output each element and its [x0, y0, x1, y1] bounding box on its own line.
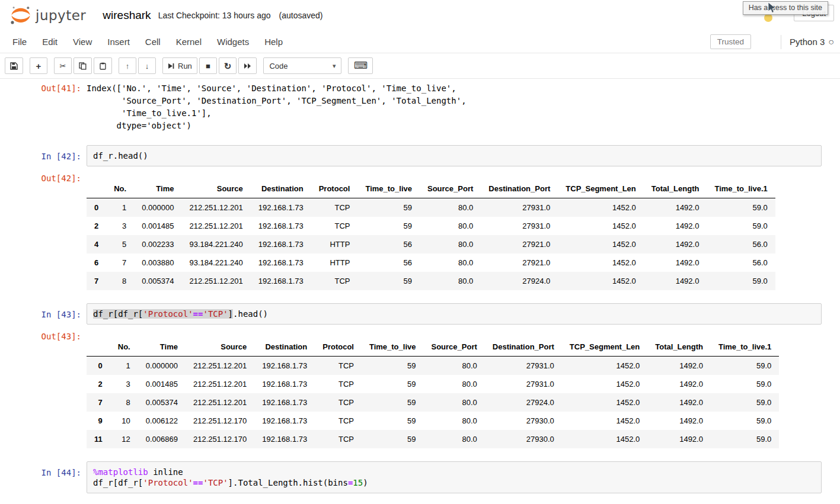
table-cell: 0.002233 — [134, 235, 181, 253]
cell-41: Out[41]: Index(['No.', 'Time', 'Source',… — [0, 82, 840, 132]
table-cell: 212.251.12.170 — [186, 430, 254, 448]
interrupt-kernel-button[interactable]: ■ — [199, 57, 217, 74]
menu-widgets[interactable]: Widgets — [209, 37, 257, 47]
code-editor[interactable]: df_r.head() — [87, 145, 822, 166]
mouse-cursor-icon — [768, 2, 777, 14]
menu-kernel[interactable]: Kernel — [168, 37, 209, 47]
column-header: TCP_Segment_Len — [562, 338, 647, 357]
code-token: 15 — [353, 478, 363, 487]
copy-cell-button[interactable] — [74, 57, 92, 74]
restart-kernel-button[interactable]: ↻ — [219, 57, 237, 74]
table-cell: 192.168.1.73 — [254, 375, 315, 393]
table-row: 450.00223393.184.221.240192.168.1.73HTTP… — [87, 235, 775, 253]
table-cell: 1492.0 — [647, 357, 711, 375]
row-index: 2 — [87, 217, 106, 235]
table-cell: 1 — [110, 357, 138, 375]
row-index: 0 — [87, 357, 110, 375]
dataframe-output: No.TimeSourceDestinationProtocolTime_to_… — [87, 179, 775, 290]
table-row: 010.000000212.251.12.201192.168.1.73TCP5… — [87, 198, 775, 217]
code-token: == — [193, 478, 203, 487]
browser-tooltip: Has access to this site — [743, 1, 828, 15]
table-row: 010.000000212.251.12.201192.168.1.73TCP5… — [87, 357, 779, 375]
code-editor[interactable]: df_r[df_r['Protocol'=='TCP'].head() — [87, 303, 822, 325]
run-cell-button[interactable]: Run — [162, 57, 197, 74]
table-cell: 1452.0 — [558, 198, 643, 217]
divider — [781, 35, 781, 49]
code-token: %matplotlib — [93, 467, 148, 477]
table-cell: 0.005374 — [134, 272, 181, 290]
input-prompt: In [44]: — [0, 461, 81, 479]
stop-icon: ■ — [206, 62, 210, 70]
table-cell: 59 — [362, 412, 424, 430]
code-line: df_r[df_r['Protocol'=='TCP'].Total_Lengt… — [93, 477, 815, 488]
column-header: Destination — [254, 338, 315, 357]
table-cell: 80.0 — [423, 430, 484, 448]
table-cell: 27924.0 — [481, 272, 558, 290]
menu-insert[interactable]: Insert — [100, 37, 138, 47]
column-header: No. — [106, 179, 134, 198]
cut-cell-button[interactable]: ✂ — [54, 57, 72, 74]
add-cell-icon: + — [36, 62, 41, 70]
dataframe-table: No.TimeSourceDestinationProtocolTime_to_… — [87, 179, 775, 290]
table-cell: 212.251.12.201 — [181, 217, 250, 235]
fast-forward-icon — [244, 63, 251, 69]
table-cell: 56 — [357, 253, 420, 272]
input-prompt: In [43]: — [0, 303, 81, 321]
move-cell-down-button[interactable]: ↓ — [138, 57, 156, 74]
code-token: df_r[df_r[ — [93, 309, 143, 319]
add-cell-button[interactable]: + — [30, 57, 47, 74]
paste-cell-button[interactable] — [94, 57, 112, 74]
table-cell: 80.0 — [423, 357, 484, 375]
jupyter-logo[interactable]: jupyter — [9, 5, 86, 25]
table-row: 9100.006122212.251.12.170192.168.1.73TCP… — [87, 412, 779, 430]
column-header: Total_Length — [644, 179, 707, 198]
restart-run-all-button[interactable] — [238, 57, 257, 74]
table-cell: 212.251.12.201 — [186, 357, 254, 375]
table-cell: 1 — [106, 198, 134, 217]
table-cell: 1452.0 — [562, 430, 647, 448]
save-button[interactable] — [5, 57, 23, 74]
table-cell: 12 — [110, 430, 138, 448]
table-cell: 8 — [106, 272, 134, 290]
table-row: 11120.006869212.251.12.170192.168.1.73TC… — [87, 430, 779, 448]
table-cell: 212.251.12.170 — [186, 412, 254, 430]
menu-cell[interactable]: Cell — [138, 37, 168, 47]
table-cell: 8 — [110, 393, 138, 412]
cell-type-select[interactable]: Code ▾ — [263, 57, 341, 74]
column-header: Destination_Port — [485, 338, 562, 357]
move-cell-up-button[interactable]: ↑ — [119, 57, 136, 74]
menu-view[interactable]: View — [65, 37, 100, 47]
row-index: 4 — [87, 235, 106, 253]
table-cell: 27930.0 — [485, 412, 562, 430]
code-editor[interactable]: %matplotlib inlinedf_r[df_r['Protocol'==… — [87, 461, 822, 493]
table-cell: 1452.0 — [562, 375, 647, 393]
table-cell: TCP — [311, 272, 358, 290]
notebook-header: jupyter wireshark Last Checkpoint: 13 ho… — [0, 0, 840, 31]
command-palette-button[interactable]: ⌨ — [348, 57, 373, 74]
column-header: Source — [186, 338, 254, 357]
menu-help[interactable]: Help — [257, 37, 290, 47]
code-token: .head() — [233, 309, 268, 319]
table-cell: 212.251.12.201 — [186, 375, 254, 393]
table-cell: 0.005374 — [138, 393, 186, 412]
table-cell: TCP — [311, 198, 358, 217]
table-cell: 80.0 — [420, 235, 481, 253]
menu-edit[interactable]: Edit — [34, 37, 65, 47]
output-prompt: Out[43]: — [0, 330, 81, 343]
row-index: 2 — [87, 375, 110, 393]
table-cell: TCP — [315, 430, 362, 448]
menu-file[interactable]: File — [5, 37, 34, 47]
table-cell: 59.0 — [707, 217, 775, 235]
table-cell: 1492.0 — [647, 393, 711, 412]
row-index: 7 — [87, 272, 106, 290]
input-prompt: In [42]: — [0, 145, 81, 163]
cell-44: In [44]: %matplotlib inlinedf_r[df_r['Pr… — [0, 461, 840, 493]
table-cell: 192.168.1.73 — [254, 412, 315, 430]
table-cell: 192.168.1.73 — [251, 272, 311, 290]
click-indicator-dot — [764, 14, 772, 22]
code-token: ].Total_Length.hist(bins — [228, 478, 348, 487]
notebook-title[interactable]: wireshark — [103, 9, 151, 22]
copy-icon — [79, 62, 87, 70]
paste-icon — [99, 62, 107, 70]
code-token: == — [193, 309, 203, 319]
